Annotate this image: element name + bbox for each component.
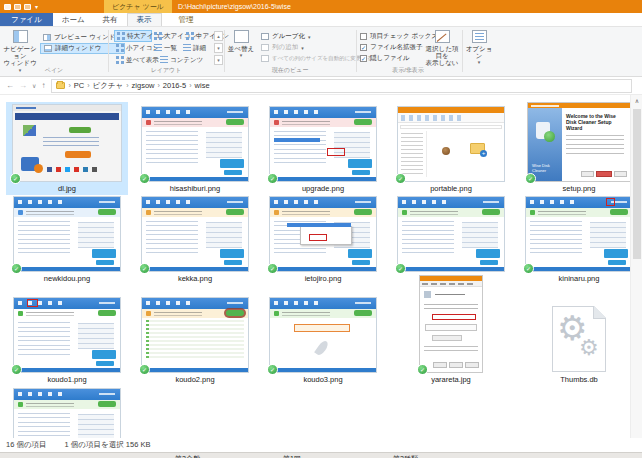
- group-separator: [356, 30, 357, 72]
- tab-file[interactable]: ファイル: [0, 13, 53, 26]
- quick-access-toolbar: ▾: [0, 4, 38, 10]
- file-tile-thumbsdb[interactable]: ⚙ ⚙ Thumbs.db: [518, 303, 640, 386]
- tab-share[interactable]: 共有: [94, 13, 127, 26]
- preview-pane-icon: [43, 34, 51, 41]
- layout-small-icons[interactable]: 小アイコン: [114, 42, 152, 54]
- file-thumbnail: ⚙ ⚙: [552, 306, 606, 372]
- status-bar: 16 個の項目 1 個の項目を選択 156 KB: [0, 438, 642, 452]
- customize-quick-access-icon[interactable]: ▾: [35, 4, 38, 10]
- file-name: koudo2.png: [175, 375, 214, 384]
- file-tile-yarareta[interactable]: ✓ yarareta.jpg: [390, 273, 512, 386]
- title-bar: ▾ ピクチャ ツール D:\Hachi\picture\zigsow\2016-…: [0, 0, 642, 13]
- explorer-window: ▾ ピクチャ ツール D:\Hachi\picture\zigsow\2016-…: [0, 0, 642, 458]
- scrollbar[interactable]: ∧: [630, 95, 642, 438]
- gallery-up-icon[interactable]: ▴: [214, 31, 223, 41]
- tab-manage[interactable]: 管理: [170, 13, 203, 26]
- scroll-up-icon[interactable]: ∧: [631, 95, 642, 107]
- group-separator: [462, 30, 463, 72]
- ribbon-tabs: ファイル ホーム 共有 表示 管理: [0, 13, 642, 27]
- file-thumbnail: [14, 389, 120, 438]
- address-bar: ← → ∨ ↑ › PC › ピクチャ › zigsow › 2016-5 › …: [0, 77, 642, 95]
- layout-list[interactable]: 一覧: [152, 42, 181, 54]
- file-thumbnail: ✓: [14, 197, 120, 271]
- ribbon-group-panes: ナビゲーション ウィンドウ ▾ プレビュー ウィンドウ 詳細ウィンドウ ペイン: [2, 27, 106, 77]
- file-tile-kekka[interactable]: ✓ kekka.png: [134, 194, 256, 285]
- layout-gallery: 特大アイコン 大アイコン 中アイコン 小アイコン 一覧 詳細 並べて表示 コンテ…: [114, 30, 210, 66]
- strip-fragment: 第2種類: [393, 454, 418, 458]
- strip-fragment: 第2全般: [175, 454, 200, 458]
- sort-by-icon: [234, 30, 249, 43]
- layout-tiles[interactable]: 並べて表示: [114, 54, 158, 66]
- file-thumbnail: ✓: [398, 107, 504, 181]
- file-tile-dl[interactable]: ✓ dl.jpg: [6, 102, 128, 195]
- sync-status-icon: ✓: [267, 173, 278, 184]
- file-thumbnail: ✓: [142, 197, 248, 271]
- file-tile-kininaru[interactable]: ✓ kininaru.png: [518, 194, 640, 285]
- filename-extensions-checkbox[interactable]: ✓: [360, 44, 367, 51]
- properties-icon[interactable]: [14, 4, 21, 10]
- tab-view[interactable]: 表示: [127, 13, 162, 26]
- file-tile-koudo2[interactable]: ✓ koudo2.png: [134, 295, 256, 386]
- ribbon-group-layout: 特大アイコン 大アイコン 中アイコン 小アイコン 一覧 詳細 並べて表示 コンテ…: [110, 27, 222, 77]
- ribbon-group-current-view: 並べ替え ▾ グループ化 ▾ 列の追加 ▾ すべての列のサイズを自動的に変更する: [226, 27, 354, 77]
- layout-details[interactable]: 詳細: [181, 42, 210, 54]
- small-icons-icon: [116, 44, 124, 52]
- sync-status-icon: ✓: [267, 263, 278, 274]
- layout-medium-icons[interactable]: 中アイコン: [184, 30, 216, 42]
- medium-icons-icon: [186, 32, 194, 40]
- file-tile-koudo1[interactable]: ✓ koudo1.png: [6, 295, 128, 386]
- options-icon: [472, 30, 487, 43]
- file-tile-ietojiro[interactable]: ✓ ietojiro.png: [262, 194, 384, 285]
- file-tile-koudo3[interactable]: ✓ koudo3.png: [262, 295, 384, 386]
- file-tile-hisashiburi[interactable]: ✓ hisashiburi.png: [134, 104, 256, 195]
- hidden-items-checkbox[interactable]: ✓: [360, 55, 367, 62]
- group-separator: [224, 30, 225, 72]
- file-tile-partial[interactable]: [6, 386, 128, 438]
- gallery-more-icon[interactable]: ▾: [214, 55, 223, 65]
- crumb-pictures[interactable]: ピクチャ: [93, 81, 124, 91]
- hide-selected-button[interactable]: 選択した項目を 表示しない: [424, 30, 460, 66]
- group-by-icon: [261, 33, 269, 40]
- options-button[interactable]: オプション ▾: [464, 30, 494, 66]
- sync-status-icon: ✓: [10, 173, 21, 184]
- back-icon[interactable]: ←: [6, 81, 14, 90]
- forward-icon[interactable]: →: [19, 81, 27, 90]
- breadcrumb[interactable]: › PC › ピクチャ › zigsow › 2016-5 › wise: [51, 79, 632, 93]
- content-icon: [160, 56, 168, 64]
- panes-group-label: ペイン: [2, 66, 106, 75]
- crumb-wise[interactable]: wise: [195, 81, 210, 90]
- tab-home[interactable]: ホーム: [53, 13, 94, 26]
- up-icon[interactable]: ↑: [41, 81, 45, 90]
- file-tile-newkidou[interactable]: ✓ newkidou.png: [6, 194, 128, 285]
- file-row: [0, 386, 630, 438]
- file-name: koudo1.png: [47, 375, 86, 384]
- recent-locations-icon[interactable]: ∨: [32, 82, 36, 89]
- layout-content[interactable]: コンテンツ: [158, 54, 198, 66]
- crumb-zigsow[interactable]: zigsow: [132, 81, 155, 90]
- layout-extra-large-icons[interactable]: 特大アイコン: [114, 30, 152, 42]
- gallery-down-icon[interactable]: ▾: [214, 43, 223, 53]
- picture-tools-badge: ピクチャ ツール: [104, 0, 172, 13]
- extra-large-icons-icon: [117, 32, 125, 40]
- scrollbar-thumb[interactable]: [633, 109, 641, 259]
- sort-by-button[interactable]: 並べ替え ▾: [226, 30, 256, 59]
- layout-large-icons[interactable]: 大アイコン: [152, 30, 184, 42]
- sync-status-icon: ✓: [11, 263, 22, 274]
- file-tile-owari[interactable]: ✓ owari.png: [390, 194, 512, 285]
- crumb-pc[interactable]: PC: [74, 81, 84, 90]
- details-pane-icon: [44, 45, 52, 52]
- large-icons-icon: [154, 32, 162, 40]
- file-tile-setup[interactable]: Wise Disk CleanerWelcome to the Wise Dis…: [518, 100, 640, 195]
- file-name: koudo3.png: [303, 375, 342, 384]
- sync-status-icon: ✓: [267, 364, 278, 375]
- file-row: ✓ newkidou.png ✓ kekka.png ✓ ietojiro.pn…: [0, 194, 630, 285]
- file-tile-portable[interactable]: ✓ portable.png: [390, 104, 512, 195]
- item-checkboxes-checkbox[interactable]: [360, 33, 367, 40]
- crumb-2016-5[interactable]: 2016-5: [163, 81, 186, 90]
- new-folder-icon[interactable]: [24, 4, 31, 10]
- sync-status-icon: ✓: [525, 173, 536, 184]
- selection-info: 1 個の項目を選択 156 KB: [65, 440, 151, 450]
- nav-buttons: ← → ∨ ↑: [0, 81, 51, 90]
- file-tile-upgrade[interactable]: ✓ upgrade.png: [262, 104, 384, 195]
- file-list: ✓ dl.jpg ✓ hisashiburi.png ✓ upgrade.png: [0, 95, 642, 438]
